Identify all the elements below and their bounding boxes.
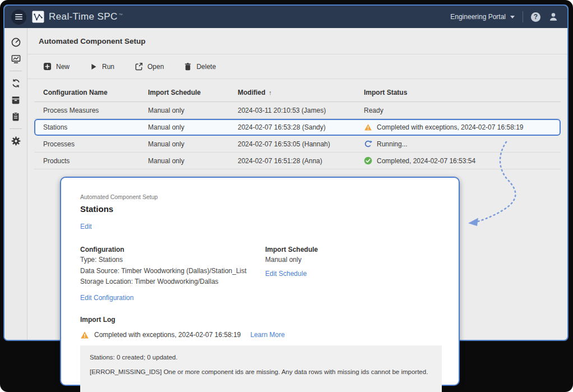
status-text: Running... [377, 140, 408, 148]
panel-title: Stations [80, 204, 440, 214]
edit-link[interactable]: Edit [80, 223, 92, 230]
configuration-storage-location: Storage Location: Timber Woodworking/Dal… [80, 278, 265, 287]
sidebar [4, 28, 27, 340]
import-log-heading: Import Log [80, 316, 440, 324]
sidebar-divider [10, 128, 22, 129]
import-schedule-section: Import Schedule Manual only Edit Schedul… [265, 246, 318, 302]
screenshot-frame: Real-Time SPC™ Engineering Portal ? [0, 0, 573, 392]
monitor-chart-icon [11, 54, 21, 64]
log-line: Stations: 0 created; 0 updated. [90, 354, 432, 361]
learn-more-link[interactable]: Learn More [251, 331, 285, 339]
warning-triangle-icon [364, 123, 372, 131]
toolbar: New Run Open Delete [27, 54, 567, 79]
table-row[interactable]: Processes Manual only 2024-02-07 16:53:0… [34, 136, 561, 153]
person-icon [548, 12, 558, 22]
sidebar-divider [10, 71, 22, 71]
run-button[interactable]: Run [90, 63, 114, 71]
log-line: [ERROR_MISSING_IDS] One or more componen… [90, 368, 432, 375]
check-circle-icon [364, 156, 372, 165]
plus-square-icon [43, 62, 52, 71]
import-schedule-value: Manual only [265, 256, 318, 265]
sync-icon [11, 78, 21, 89]
header-divider [523, 11, 523, 22]
question-mark-icon: ? [534, 13, 538, 21]
hamburger-icon [15, 14, 22, 15]
archive-box-icon [11, 95, 21, 105]
configuration-heading: Configuration [80, 246, 265, 253]
table-row[interactable]: Process Measures Manual only 2024-03-11 … [34, 102, 561, 119]
status-text: Ready [364, 107, 383, 114]
sidebar-item-settings[interactable] [7, 132, 24, 149]
status-text: Completed with exceptions, 2024-02-07 16… [377, 123, 524, 131]
column-header-import-schedule[interactable]: Import Schedule [148, 89, 238, 96]
menu-button[interactable] [11, 10, 26, 25]
configuration-type: Type: Stations [80, 256, 265, 265]
trash-icon [184, 62, 192, 71]
new-button[interactable]: New [43, 62, 70, 71]
column-header-configuration-name[interactable]: Configuration Name [43, 89, 148, 96]
portal-dropdown[interactable]: Engineering Portal [450, 13, 515, 21]
sidebar-item-tasks[interactable] [7, 108, 24, 125]
import-log-status: Completed with exceptions, 2024-02-07 16… [94, 331, 241, 339]
sort-ascending-icon: ↑ [269, 89, 272, 96]
sidebar-item-storage[interactable] [7, 91, 24, 108]
column-header-modified[interactable]: Modified↑ [238, 89, 364, 96]
page-title: Automated Component Setup [27, 28, 567, 54]
import-schedule-heading: Import Schedule [265, 246, 318, 253]
import-log-status-row: Completed with exceptions, 2024-02-07 16… [80, 331, 440, 339]
app-logo-icon [32, 11, 44, 23]
column-header-import-status[interactable]: Import Status [364, 89, 561, 96]
configuration-data-source: Data Source: Timber Woodworking (Dallas)… [80, 267, 265, 276]
trademark: ™ [119, 13, 123, 17]
delete-button[interactable]: Delete [184, 62, 216, 71]
open-external-icon [135, 62, 143, 71]
import-log-output: Stations: 0 created; 0 updated. [ERROR_M… [80, 345, 442, 392]
table-header: Configuration Name Import Schedule Modif… [34, 84, 561, 102]
configuration-section: Configuration Type: Stations Data Source… [80, 246, 265, 302]
warning-triangle-icon [80, 331, 89, 339]
edit-schedule-link[interactable]: Edit Schedule [265, 270, 307, 278]
sidebar-item-sync[interactable] [7, 75, 24, 91]
configurations-table: Configuration Name Import Schedule Modif… [34, 84, 561, 169]
table-row-selected[interactable]: Stations Manual only 2024-02-07 16:53:28… [34, 119, 561, 136]
portal-label: Engineering Portal [450, 13, 506, 21]
clipboard-icon [11, 112, 21, 122]
sidebar-item-charts[interactable] [7, 50, 24, 67]
detail-panel: Automated Component Setup Stations Edit … [60, 177, 460, 386]
open-button[interactable]: Open [135, 62, 164, 71]
gear-icon [11, 136, 21, 146]
chevron-down-icon [510, 16, 515, 19]
table-row[interactable]: Products Manual only 2024-02-07 16:51:28… [34, 153, 561, 169]
app-header: Real-Time SPC™ Engineering Portal ? [4, 6, 567, 28]
app-title: Real-Time SPC™ [49, 11, 123, 22]
breadcrumb: Automated Component Setup [80, 193, 440, 200]
play-icon [90, 63, 98, 71]
edit-configuration-link[interactable]: Edit Configuration [80, 294, 133, 302]
status-text: Completed, 2024-02-07 16:53:54 [377, 157, 475, 165]
sync-running-icon [364, 140, 372, 148]
user-button[interactable] [548, 12, 558, 22]
sidebar-item-dashboard[interactable] [7, 34, 24, 50]
help-button[interactable]: ? [531, 12, 540, 22]
gauge-icon [11, 37, 21, 48]
